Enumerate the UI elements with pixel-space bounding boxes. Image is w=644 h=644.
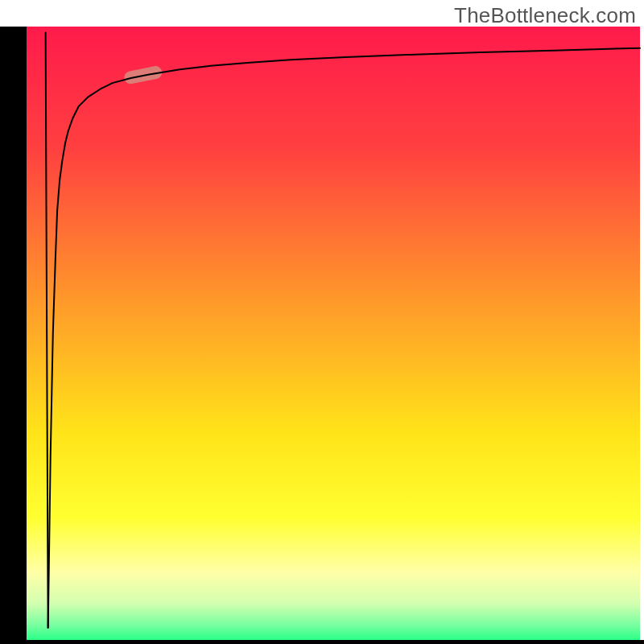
bottleneck-chart: [0, 0, 644, 644]
svg-rect-1: [0, 640, 644, 644]
svg-rect-0: [0, 27, 27, 644]
chart-frame: TheBottleneck.com: [0, 0, 644, 644]
plot-background: [27, 27, 640, 640]
